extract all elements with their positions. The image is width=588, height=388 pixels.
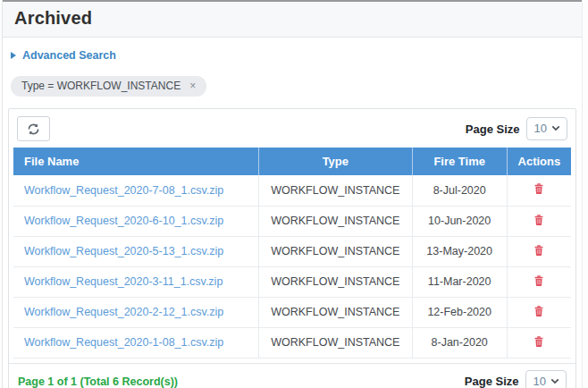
file-link[interactable]: Workflow_Request_2020-3-11_1.csv.zip bbox=[24, 275, 223, 288]
fire-time-cell: 8-Jul-2020 bbox=[412, 175, 507, 206]
table-row: Workflow_Request_2020-5-13_1.csv.zip WOR… bbox=[13, 236, 571, 266]
refresh-button[interactable] bbox=[17, 116, 50, 141]
chevron-down-icon bbox=[551, 125, 560, 131]
refresh-icon bbox=[27, 122, 40, 136]
type-cell: WORKFLOW_INSTANCE bbox=[259, 266, 413, 297]
col-header-actions: Actions bbox=[507, 148, 571, 175]
file-link[interactable]: Workflow_Request_2020-5-13_1.csv.zip bbox=[24, 245, 223, 257]
pagination-summary: Page 1 of 1 (Total 6 Record(s)) bbox=[18, 375, 178, 388]
table-row: Workflow_Request_2020-1-08_1.csv.zip WOR… bbox=[13, 327, 571, 358]
page-size-value: 10 bbox=[533, 375, 546, 388]
delete-trash-icon[interactable] bbox=[533, 274, 544, 287]
table-row: Workflow_Request_2020-2-12_1.csv.zip WOR… bbox=[13, 297, 571, 327]
table-toolbar: Page Size 10 bbox=[9, 109, 575, 148]
advanced-search-label: Advanced Search bbox=[22, 49, 116, 62]
fire-time-cell: 11-Mar-2020 bbox=[412, 266, 507, 297]
table-row: Workflow_Request_2020-3-11_1.csv.zip WOR… bbox=[13, 266, 571, 297]
file-link[interactable]: Workflow_Request_2020-2-12_1.csv.zip bbox=[24, 306, 223, 318]
table-wrap: File Name Type Fire Time Actions Workflo… bbox=[9, 148, 575, 363]
page-size-label: Page Size bbox=[466, 122, 520, 136]
table-row: Workflow_Request_2020-6-10_1.csv.zip WOR… bbox=[13, 206, 571, 236]
file-link[interactable]: Workflow_Request_2020-7-08_1.csv.zip bbox=[24, 184, 223, 197]
filter-row: Type = WORKFLOW_INSTANCE × bbox=[11, 76, 576, 97]
advanced-search-toggle[interactable]: Advanced Search bbox=[11, 49, 116, 62]
filter-chip: Type = WORKFLOW_INSTANCE × bbox=[11, 76, 206, 97]
chevron-down-icon bbox=[550, 378, 559, 384]
fire-time-cell: 12-Feb-2020 bbox=[412, 297, 507, 327]
delete-trash-icon[interactable] bbox=[533, 305, 544, 317]
type-cell: WORKFLOW_INSTANCE bbox=[259, 206, 413, 236]
page-size-select[interactable]: 10 bbox=[526, 117, 567, 140]
expand-triangle-icon bbox=[11, 52, 16, 59]
page-size-control-top: Page Size 10 bbox=[466, 117, 567, 140]
page-size-select[interactable]: 10 bbox=[525, 370, 567, 388]
type-cell: WORKFLOW_INSTANCE bbox=[259, 297, 413, 327]
archived-files-table: File Name Type Fire Time Actions Workflo… bbox=[13, 148, 571, 358]
delete-trash-icon[interactable] bbox=[533, 214, 544, 226]
fire-time-cell: 8-Jan-2020 bbox=[412, 327, 507, 358]
delete-trash-icon[interactable] bbox=[533, 335, 544, 348]
page-size-value: 10 bbox=[534, 122, 547, 135]
type-cell: WORKFLOW_INSTANCE bbox=[259, 175, 413, 206]
page-size-label: Page Size bbox=[465, 375, 519, 388]
page-header: Archived bbox=[3, 0, 582, 38]
table-header-row: File Name Type Fire Time Actions bbox=[13, 148, 571, 175]
pagination-footer: Page 1 of 1 (Total 6 Record(s)) Page Siz… bbox=[9, 363, 575, 388]
fire-time-cell: 10-Jun-2020 bbox=[412, 206, 507, 236]
page-title: Archived bbox=[14, 8, 570, 29]
col-header-fire-time[interactable]: Fire Time bbox=[412, 148, 507, 175]
type-cell: WORKFLOW_INSTANCE bbox=[259, 236, 413, 266]
page-content: Advanced Search Type = WORKFLOW_INSTANCE… bbox=[3, 38, 582, 388]
table-row: Workflow_Request_2020-7-08_1.csv.zip WOR… bbox=[13, 175, 571, 206]
page-container: Archived Advanced Search Type = WORKFLOW… bbox=[2, 0, 583, 388]
filter-remove-icon[interactable]: × bbox=[189, 80, 196, 91]
delete-trash-icon[interactable] bbox=[533, 244, 544, 257]
filter-chip-label: Type = WORKFLOW_INSTANCE bbox=[21, 80, 181, 92]
col-header-file-name[interactable]: File Name bbox=[13, 148, 259, 175]
page-size-control-bottom: Page Size 10 bbox=[465, 370, 567, 388]
archived-records-panel: Page Size 10 File Name Type bbox=[8, 108, 576, 388]
col-header-type[interactable]: Type bbox=[259, 148, 413, 175]
file-link[interactable]: Workflow_Request_2020-1-08_1.csv.zip bbox=[24, 336, 223, 349]
type-cell: WORKFLOW_INSTANCE bbox=[259, 327, 413, 358]
fire-time-cell: 13-May-2020 bbox=[412, 236, 507, 266]
file-link[interactable]: Workflow_Request_2020-6-10_1.csv.zip bbox=[24, 215, 223, 227]
delete-trash-icon[interactable] bbox=[533, 182, 544, 195]
